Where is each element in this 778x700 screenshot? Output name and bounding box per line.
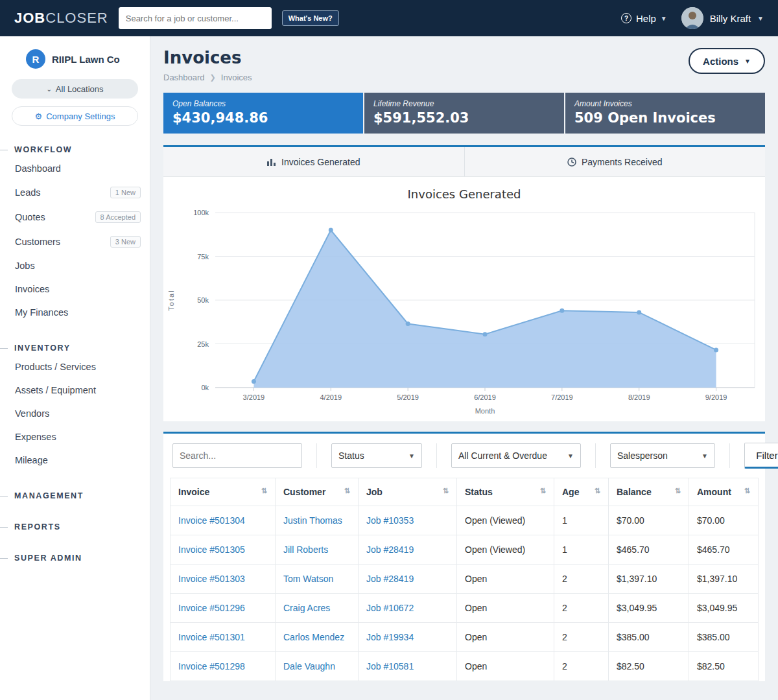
user-menu[interactable]: Billy Kraft ▼	[681, 7, 764, 29]
invoice-link[interactable]: Invoice #501303	[178, 574, 245, 584]
table-row: Invoice #501301 Carlos Mendez Job #19934…	[171, 623, 759, 652]
column-header-job[interactable]: Job⇅	[359, 478, 457, 506]
customer-link[interactable]: Dale Vaughn	[283, 661, 335, 671]
column-header-invoice[interactable]: Invoice⇅	[171, 478, 276, 506]
job-link[interactable]: Job #28419	[366, 574, 414, 584]
current-overdue-select[interactable]: All Current & Overdue ▼	[451, 443, 581, 468]
sort-icon[interactable]: ⇅	[540, 487, 546, 495]
sort-icon[interactable]: ⇅	[261, 487, 267, 495]
balance-cell: $465.70	[609, 535, 689, 565]
whats-new-button[interactable]: What's New?	[282, 10, 339, 26]
sort-icon[interactable]: ⇅	[675, 487, 681, 495]
sort-icon[interactable]: ⇅	[344, 487, 350, 495]
status-cell: Open (Viewed)	[457, 535, 554, 565]
sidebar-item-dashboard[interactable]: Dashboard	[0, 157, 150, 180]
clock-icon	[567, 158, 576, 167]
stat-value: $591,552.03	[373, 110, 555, 126]
column-header-customer[interactable]: Customer⇅	[276, 478, 359, 506]
salesperson-select[interactable]: Salesperson ▼	[610, 443, 715, 468]
sidebar-item-mileage[interactable]: Mileage	[0, 449, 150, 472]
sidebar-item-customers[interactable]: Customers3 New	[0, 229, 150, 254]
navbar-right: ? Help ▼ Billy Kraft ▼	[621, 7, 764, 29]
table-row: Invoice #501305 Jill Roberts Job #28419 …	[171, 535, 759, 565]
section-reports[interactable]: REPORTS	[0, 520, 150, 534]
age-cell: 2	[554, 594, 609, 623]
sidebar-item-products-services[interactable]: Products / Services	[0, 355, 150, 379]
sidebar-item-label: Jobs	[15, 261, 35, 271]
filter-row: Status ▼ All Current & Overdue ▼ Salespe…	[170, 443, 759, 478]
status-select[interactable]: Status ▼	[331, 443, 422, 468]
customer-link[interactable]: Craig Acres	[283, 603, 330, 613]
settings-label: Company Settings	[46, 111, 115, 121]
sort-icon[interactable]: ⇅	[744, 487, 750, 495]
filter-button[interactable]: Filter	[744, 443, 778, 469]
svg-text:8/2019: 8/2019	[628, 393, 650, 401]
invoice-link[interactable]: Invoice #501305	[178, 544, 245, 555]
chart-container: Invoices Generated 0k25k50k75k100k3/2019…	[163, 177, 765, 421]
column-header-balance[interactable]: Balance⇅	[609, 478, 689, 506]
global-search-input[interactable]	[119, 7, 272, 29]
stat-label: Lifetime Revenue	[373, 99, 555, 108]
user-name: Billy Kraft	[710, 13, 751, 24]
customer-link[interactable]: Justin Thomas	[283, 515, 342, 526]
invoice-link[interactable]: Invoice #501301	[178, 632, 245, 642]
svg-text:5/2019: 5/2019	[397, 393, 419, 401]
column-header-amount[interactable]: Amount⇅	[689, 478, 759, 506]
actions-button[interactable]: Actions ▼	[689, 48, 765, 74]
tab-invoices-generated[interactable]: Invoices Generated	[163, 147, 465, 176]
company-settings-button[interactable]: ⚙ Company Settings	[12, 106, 138, 126]
customer-link[interactable]: Tom Watson	[283, 574, 333, 584]
job-link[interactable]: Job #28419	[366, 544, 414, 555]
invoices-table: Invoice⇅ Customer⇅ Job⇅ Status⇅ Age⇅ Bal…	[170, 478, 759, 681]
sidebar-item-vendors[interactable]: Vendors	[0, 402, 150, 425]
chart-panel: Invoices Generated Payments Received Inv…	[163, 145, 765, 421]
sort-icon[interactable]: ⇅	[595, 487, 600, 495]
invoice-link[interactable]: Invoice #501296	[178, 603, 245, 613]
column-label: Amount	[697, 487, 731, 497]
job-link[interactable]: Job #10581	[366, 661, 414, 671]
customer-link[interactable]: Carlos Mendez	[283, 632, 344, 642]
sidebar-item-leads[interactable]: Leads1 New	[0, 180, 150, 205]
sort-icon[interactable]: ⇅	[443, 487, 449, 495]
sidebar-item-expenses[interactable]: Expenses	[0, 425, 150, 449]
stats-row: Open Balances $430,948.86 Lifetime Reven…	[163, 93, 765, 134]
table-header-row: Invoice⇅ Customer⇅ Job⇅ Status⇅ Age⇅ Bal…	[171, 478, 759, 506]
job-link[interactable]: Job #10672	[366, 603, 414, 613]
column-header-status[interactable]: Status⇅	[457, 478, 554, 506]
balance-cell: $3,049.95	[609, 594, 689, 623]
sidebar-item-jobs[interactable]: Jobs	[0, 254, 150, 277]
sidebar-item-quotes[interactable]: Quotes8 Accepted	[0, 205, 150, 229]
section-super-admin[interactable]: SUPER ADMIN	[0, 551, 150, 565]
customer-link[interactable]: Jill Roberts	[283, 544, 328, 555]
balance-cell: $70.00	[609, 506, 689, 535]
invoice-link[interactable]: Invoice #501298	[178, 661, 245, 671]
chart-tabs: Invoices Generated Payments Received	[163, 147, 765, 177]
sidebar-item-invoices[interactable]: Invoices	[0, 277, 150, 301]
breadcrumb-dashboard[interactable]: Dashboard	[163, 73, 205, 82]
table-row: Invoice #501303 Tom Watson Job #28419 Op…	[171, 565, 759, 594]
locations-dropdown[interactable]: ⌄ All Locations	[12, 79, 138, 99]
status-badge: 3 New	[110, 236, 141, 248]
sidebar-item-label: My Finances	[15, 307, 68, 318]
column-label: Customer	[283, 487, 325, 497]
sidebar: R RIIPL Lawn Co ⌄ All Locations ⚙ Compan…	[0, 36, 150, 700]
chevron-down-icon: ⌄	[46, 86, 51, 93]
main-content: Invoices Dashboard ❯ Invoices Actions ▼ …	[150, 36, 778, 700]
top-navbar: JOBCLOSER What's New? ? Help ▼ Billy Kra…	[0, 0, 778, 36]
balance-cell: $1,397.10	[609, 565, 689, 594]
invoice-link[interactable]: Invoice #501304	[178, 515, 245, 526]
column-header-age[interactable]: Age⇅	[554, 478, 609, 506]
amount-cell: $82.50	[689, 652, 759, 681]
sidebar-item-my-finances[interactable]: My Finances	[0, 301, 150, 324]
tab-payments-received[interactable]: Payments Received	[465, 147, 766, 176]
logo-light: CLOSER	[45, 10, 108, 26]
section-management[interactable]: MANAGEMENT	[0, 489, 150, 503]
table-row: Invoice #501296 Craig Acres Job #10672 O…	[171, 594, 759, 623]
table-search-input[interactable]	[172, 443, 302, 468]
help-menu[interactable]: ? Help ▼	[621, 13, 667, 24]
sidebar-item-assets-equipment[interactable]: Assets / Equipment	[0, 379, 150, 402]
amount-cell: $70.00	[689, 506, 759, 535]
job-link[interactable]: Job #19934	[366, 632, 414, 642]
job-link[interactable]: Job #10353	[366, 515, 414, 526]
breadcrumb-invoices: Invoices	[221, 73, 252, 82]
